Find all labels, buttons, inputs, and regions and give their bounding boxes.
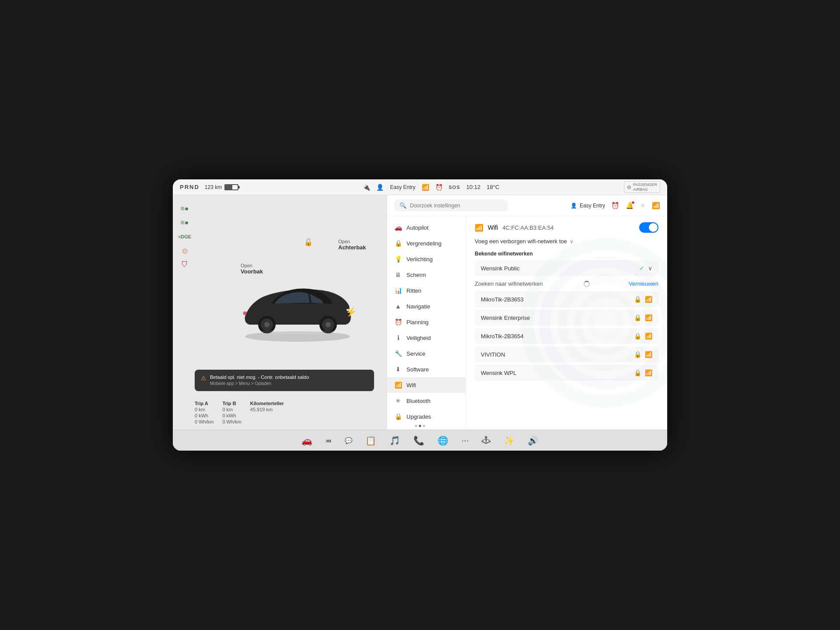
search-input[interactable] xyxy=(410,203,503,209)
nav-autopilot[interactable]: 🚗 Autopilot xyxy=(387,220,466,235)
wifi-signal-icon-3: 📶 xyxy=(645,332,652,340)
headlight-low-icon: ≡● xyxy=(178,218,191,228)
right-panel: 🔍 👤 Easy Entry ⏰ 🔔 ✳ 📶 xyxy=(387,195,667,430)
network-mikrotik-2b3653[interactable]: MikroTik-2B3653 🔒 📶 xyxy=(475,291,658,307)
wifi-toggle[interactable] xyxy=(639,222,658,233)
vehicle-status-icons: ≡● ≡● ≡DGE ⊙ ⛉ xyxy=(178,204,191,270)
known-network-wensink-public[interactable]: Wensink Public ✓ ∨ xyxy=(475,260,658,276)
taskbar-files[interactable]: 📋 xyxy=(365,435,376,446)
warning-banner: ⚠ Betaald opl. niet mog. - Contr. onbeta… xyxy=(195,370,374,391)
nav-wifi[interactable]: 📶 Wifi xyxy=(387,377,466,393)
sos-label: SOS xyxy=(449,185,460,190)
edge-icon: ≡DGE xyxy=(178,232,191,242)
network-icons-2: 🔒 📶 xyxy=(634,314,652,321)
refresh-button[interactable]: Vernieuwen xyxy=(629,280,658,287)
user-icon: 👤 xyxy=(570,203,577,209)
left-panel: ≡● ≡● ≡DGE ⊙ ⛉ Open Voorbak Open Achterb… xyxy=(173,195,387,430)
taskbar-games[interactable]: 🕹 xyxy=(482,435,490,445)
passenger-airbag: ⊘ PASSENGERAIRBAG xyxy=(624,181,660,193)
page-dot-1 xyxy=(415,425,417,427)
bell-icon[interactable]: 🔔 xyxy=(626,202,634,210)
alarm-icon[interactable]: ⏰ xyxy=(611,202,620,210)
wifi-header-icon[interactable]: 📶 xyxy=(652,202,660,210)
airbag-label: PASSENGERAIRBAG xyxy=(633,182,657,192)
taskbar-spotify[interactable]: 🎵 xyxy=(389,435,400,446)
nav-upgrades[interactable]: 🔒 Upgrades xyxy=(387,409,466,424)
temperature-display: 18°C xyxy=(486,184,499,190)
trip-a-block: Trip A 0 km 0 kWh 0 Wh/km xyxy=(195,401,214,424)
lock-icon-net2: 🔒 xyxy=(634,314,641,321)
warning-triangle-icon: ⚠ xyxy=(201,374,206,382)
taskbar-more[interactable]: ··· xyxy=(462,435,469,445)
settings-body: 🚗 Autopilot 🔒 Vergrendeling 💡 Verlichtin… xyxy=(387,216,667,430)
chevron-down-icon: ∨ xyxy=(570,238,574,245)
main-area: ≡● ≡● ≡DGE ⊙ ⛉ Open Voorbak Open Achterb… xyxy=(173,195,667,430)
airbag-icon: ⊘ xyxy=(627,184,631,190)
settings-nav: 🚗 Autopilot 🔒 Vergrendeling 💡 Verlichtin… xyxy=(387,216,466,430)
lock-icon-net4: 🔒 xyxy=(634,351,641,358)
status-bar-right: ⊘ PASSENGERAIRBAG xyxy=(624,181,660,193)
nav-software[interactable]: ⬇ Software xyxy=(387,361,466,377)
nav-veiligheid[interactable]: ℹ Veiligheid xyxy=(387,330,466,346)
nav-verlichting[interactable]: 💡 Verlichting xyxy=(387,251,466,267)
network-icons-4: 🔒 📶 xyxy=(634,351,652,358)
taskbar-volume[interactable]: 🔊 xyxy=(528,435,539,446)
taskbar-car[interactable]: 🚗 xyxy=(301,435,312,446)
wifi-signal-icon-5: 📶 xyxy=(645,369,652,376)
lock-nav-icon: 🔒 xyxy=(394,240,402,247)
planning-icon: ⏰ xyxy=(394,318,402,326)
taskbar: 🚗 ⏮ 💬 📋 🎵 📞 🌐 ··· 🕹 ✨ 🔊 xyxy=(173,430,667,451)
wifi-main-label: 📶 Wifi 4C:FC:AA:B3:EA:54 xyxy=(475,224,553,232)
alarm-status-icon: ⏰ xyxy=(435,184,443,191)
network-vivition[interactable]: VIVITION 🔒 📶 xyxy=(475,346,658,362)
lock-icon-net5: 🔒 xyxy=(634,369,641,376)
add-hidden-network[interactable]: Voeg een verborgen wifi-netwerk toe ∨ xyxy=(475,238,658,245)
network-mikrotik-2b3654[interactable]: MikroTik-2B3654 🔒 📶 xyxy=(475,328,658,344)
loading-spinner xyxy=(584,281,590,287)
user-profile-icon: 👤 xyxy=(376,184,384,191)
lock-icon-net1: 🔒 xyxy=(634,296,641,303)
bluetooth-icon[interactable]: ✳ xyxy=(640,202,646,210)
search-box[interactable]: 🔍 xyxy=(394,200,508,211)
taskbar-apps[interactable]: ✨ xyxy=(504,435,514,446)
charge-icon: ⚡ xyxy=(346,307,357,317)
network-wensink-wpl[interactable]: Wensink WPL 🔒 📶 xyxy=(475,365,658,381)
nav-scherm[interactable]: 🖥 Scherm xyxy=(387,267,466,283)
wifi-status-icon: 📶 xyxy=(422,184,429,191)
prnd-indicator: PRND xyxy=(180,184,200,190)
autopilot-icon: 🚗 xyxy=(394,224,402,231)
settings-header: 🔍 👤 Easy Entry ⏰ 🔔 ✳ 📶 xyxy=(387,195,667,216)
taskbar-browser[interactable]: 🌐 xyxy=(438,435,448,446)
wifi-signal-icon-2: 📶 xyxy=(645,314,652,321)
nav-planning[interactable]: ⏰ Planning xyxy=(387,314,466,330)
warning-text: Betaald opl. niet mog. - Contr. onbetaal… xyxy=(210,374,309,387)
svg-point-3 xyxy=(264,322,270,327)
wifi-main-icon: 📶 xyxy=(475,224,483,232)
network-icons-3: 🔒 📶 xyxy=(634,332,652,340)
search-icon: 🔍 xyxy=(399,202,406,209)
nav-service[interactable]: 🔧 Service xyxy=(387,346,466,361)
trip-b-block: Trip B 0 km 0 kWh 0 Wh/km xyxy=(222,401,241,424)
odometer-block: Kilometerteller 45.919 km xyxy=(250,401,284,424)
header-icons: 👤 Easy Entry ⏰ 🔔 ✳ 📶 xyxy=(570,202,660,210)
seatbelt-icon: ⛉ xyxy=(178,260,191,270)
nav-bluetooth[interactable]: ✳ Bluetooth xyxy=(387,393,466,409)
battery-info: 123 km xyxy=(205,184,238,190)
taskbar-phone[interactable]: 📞 xyxy=(413,435,424,446)
header-user[interactable]: 👤 Easy Entry xyxy=(570,203,605,209)
trip-bar: Trip A 0 km 0 kWh 0 Wh/km Trip B 0 km 0 … xyxy=(195,401,374,424)
nav-vergrendeling[interactable]: 🔒 Vergrendeling xyxy=(387,235,466,251)
light-icon: 💡 xyxy=(394,256,402,262)
battery-bar xyxy=(224,184,238,190)
status-bar-left: PRND 123 km xyxy=(180,184,238,190)
searching-row: Zoeken naar wifinetwerken Vernieuwen xyxy=(475,280,658,287)
nav-ritten[interactable]: 📊 Ritten xyxy=(387,283,466,298)
notification-dot xyxy=(632,201,634,204)
trips-icon: 📊 xyxy=(394,287,402,294)
nav-navigatie[interactable]: ▲ Navigatie xyxy=(387,298,466,314)
svg-rect-8 xyxy=(243,312,247,315)
battery-km: 123 km xyxy=(205,184,222,190)
taskbar-media-left[interactable]: ⏮ xyxy=(326,437,332,444)
network-wensink-enterprise[interactable]: Wensink Enterprise 🔒 📶 xyxy=(475,310,658,326)
taskbar-subtitles[interactable]: 💬 xyxy=(345,437,352,444)
